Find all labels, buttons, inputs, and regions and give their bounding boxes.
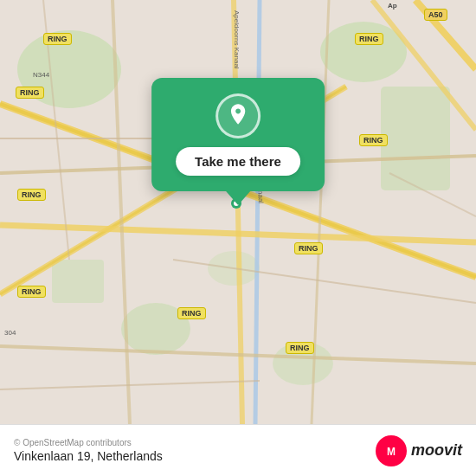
n344-label: N344 [33,71,49,79]
address-text: Vinkenlaan 19, Netherlands [14,449,163,463]
popup-card: Take me there [151,78,325,191]
moovit-logo: M moovit [376,435,462,466]
map-container: RING RING RING RING RING RING RING RING … [0,0,476,424]
a50-label: A50 [424,9,447,21]
ring-label-8: RING [177,307,206,319]
ring-label-6: RING [294,242,323,254]
take-me-there-button[interactable]: Take me there [176,147,300,176]
ring-label-9: RING [286,342,314,354]
footer-left: © OpenStreetMap contributors Vinkenlaan … [14,438,163,463]
ring-label-2: RING [355,33,383,45]
location-pin-icon [226,102,250,131]
ring-label-3: RING [16,87,44,99]
ring-label-4: RING [359,134,388,146]
canal-label: Apeldoorns Kanaal [233,10,241,69]
n304-label: 304 [4,329,16,337]
ring-label-7: RING [17,286,46,298]
svg-text:M: M [387,446,396,458]
svg-rect-6 [52,260,104,303]
ring-label-5: RING [17,189,46,201]
moovit-text: moovit [411,441,462,460]
popup-icon-wrap [215,93,261,138]
footer-bar: © OpenStreetMap contributors Vinkenlaan … [0,424,476,476]
moovit-icon: M [376,435,407,466]
ap-label: Ap [388,2,397,10]
copyright-text: © OpenStreetMap contributors [14,438,163,447]
ring-label-1: RING [43,33,72,45]
